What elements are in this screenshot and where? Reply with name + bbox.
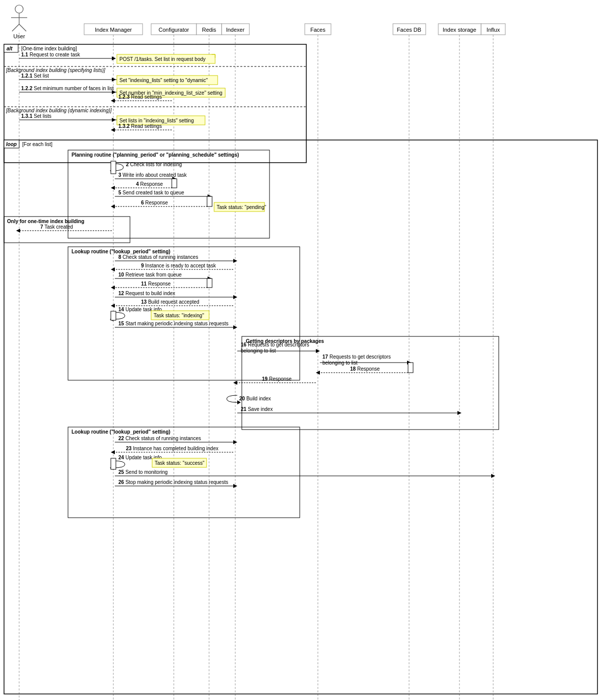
activation-18	[408, 363, 413, 373]
lookup-frame2-label: Lookup routine ("lookup_period" setting)	[72, 429, 170, 435]
lifeline-label-faces: Faces	[310, 27, 325, 33]
svg-line-3	[12, 24, 19, 31]
msg-9: 9 Instance is ready to accept task	[141, 263, 216, 268]
note-1-2-1-text: Set "indexing_lists" setting to "dynamic…	[119, 78, 208, 83]
msg-26: 26 Stop making periodic indexing status …	[118, 479, 228, 485]
msg-25: 25 Send to monitoring	[118, 469, 168, 475]
msg-2: 2 Check lists for indexing	[126, 162, 182, 167]
msg-11: 11 Response	[141, 281, 171, 287]
note-6-text: Task status: "pending"	[217, 204, 266, 210]
one-time-label: Only for one-time index building	[7, 219, 84, 224]
msg-6: 6 Response	[141, 200, 168, 205]
msg-13: 13 Build request accepted	[141, 299, 199, 305]
activation-14	[111, 311, 116, 320]
msg-1-2-3: 1.2.3 Read settings	[118, 94, 162, 100]
msg-1-2-2: 1.2.2 Set minimum number of faces in lis…	[21, 86, 114, 91]
lifeline-label-configurator: Configurator	[159, 27, 189, 33]
msg-18: 18 Response	[350, 366, 380, 372]
msg-3: 3 Write info about created task	[118, 172, 187, 178]
msg-16: 16 Requests to get descriptors	[241, 342, 309, 347]
note-1-3-1-text: Set lists in "indexing_lists" setting	[119, 118, 194, 123]
msg-1-3-2: 1.3.2 Read settings	[118, 123, 162, 129]
loop-condition: [For each list]	[22, 142, 52, 147]
svg-point-0	[15, 5, 23, 13]
alt-section1-label: [Background index building (specifying l…	[6, 67, 105, 73]
msg-4: 4 Response	[136, 181, 163, 187]
alt-condition: [One-time index building]	[21, 46, 77, 51]
lifeline-label-index-manager: Index Manager	[95, 27, 132, 33]
msg-7: 7 Task created	[40, 224, 73, 230]
lifeline-label-influx: Influx	[487, 27, 500, 33]
msg-10: 10 Retrieve task from queue	[118, 272, 182, 277]
note-1-1-text: POST /1/tasks. Set list in request body	[119, 56, 206, 62]
lifeline-label-faces-db: Faces DB	[397, 27, 421, 33]
alt-section2-label: [Background index building (dynamic inde…	[6, 108, 112, 113]
lookup-frame1-label: Lookup routine ("lookup_period" setting)	[72, 249, 170, 254]
lifeline-label-index-storage: Index storage	[443, 27, 477, 33]
note-24-text: Task status: "success"	[155, 460, 205, 466]
msg-1-2-1: 1.2.1 Set list	[21, 73, 49, 79]
planning-frame-label: Planning routine ("planning_period" or "…	[72, 152, 239, 158]
activation-11	[207, 278, 212, 288]
msg-17: 17 Requests to get descriptors	[322, 354, 391, 360]
activation-2	[111, 161, 116, 174]
msg-1-1: 1.1 Request to create task	[21, 52, 81, 57]
note-14-text: Task status: "indexing"	[154, 313, 204, 318]
alt-label: alt	[7, 46, 13, 51]
lifeline-label-indexer: Indexer	[226, 27, 245, 33]
activation-4	[172, 179, 177, 188]
msg-17b: belonging to list	[322, 360, 358, 366]
activation-6	[207, 196, 212, 206]
msg-20: 20 Build index	[239, 396, 271, 401]
msg-21: 21 Save index	[241, 406, 273, 412]
diagram-container: User Index Manager Configurator Redis In…	[0, 0, 601, 700]
msg-22: 22 Check status of running instances	[118, 436, 201, 441]
msg-23: 23 Instance has completed building index	[126, 446, 218, 451]
msg-8: 8 Check status of running instances	[118, 254, 198, 260]
msg-15: 15 Start making periodic indexing status…	[118, 321, 228, 326]
msg-16b: belonging to list	[241, 348, 276, 354]
svg-line-4	[19, 24, 26, 31]
msg-19: 19 Response	[262, 376, 292, 382]
msg-12: 12 Request to build index	[118, 291, 175, 296]
loop-label: loop	[6, 142, 17, 147]
msg-1-3-1: 1.3.1 Set lists	[21, 113, 51, 119]
sequence-diagram-svg: User Index Manager Configurator Redis In…	[0, 0, 601, 700]
msg-5: 5 Send created task to queue	[118, 190, 184, 195]
activation-24	[111, 458, 116, 469]
lifeline-label-redis: Redis	[202, 27, 217, 33]
